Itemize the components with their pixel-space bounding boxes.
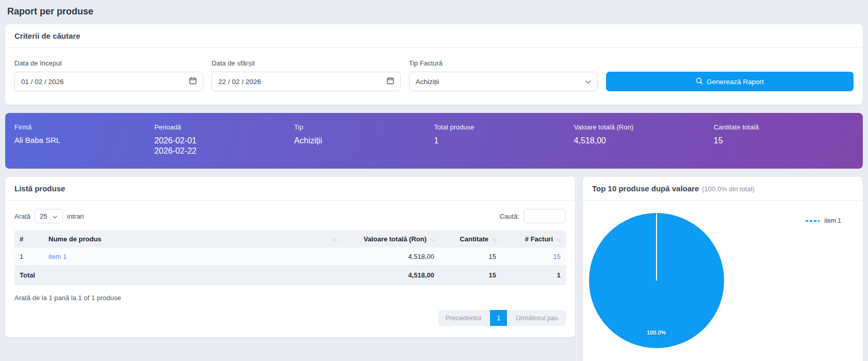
invoice-type-field-group: Tip Factură Achiziții [409,59,598,91]
pie-datalabel: 100.0% [647,330,666,336]
summary-period-label: Perioadă [154,123,294,131]
summary-type-label: Tip [294,123,434,131]
column-header-invoices-label: # Facturi [525,235,553,243]
table-search-input[interactable] [523,209,566,223]
end-date-field-group: Data de sfârșit 22 / 02 / 2026 [211,59,400,91]
start-date-label: Data de început [14,59,203,67]
start-date-value: 01 / 02 / 2026 [21,78,64,86]
summary-period-end: 2026-02-22 [154,146,294,156]
previous-page-button[interactable]: Precedentul [438,310,489,326]
total-value-cell: 4,518,00 [341,266,439,285]
row-invoices-cell: 15 [501,248,566,266]
pagination-row: Precedentul 1 Următorul pas [14,310,566,326]
row-value-cell: 4,518,00 [341,248,439,266]
summary-total-products: Total produse 1 [434,123,574,156]
summary-total-value-value: 4,518,00 [574,136,714,146]
chevron-down-icon [585,78,591,86]
sort-icon[interactable]: ↑↓ [492,236,496,242]
summary-type-value: Achiziții [294,136,434,146]
row-quantity-cell: 15 [439,248,501,266]
search-icon [696,77,703,86]
summary-firm: Firmă Ali Baba SRL [14,123,154,156]
page-size-select[interactable]: 25 [35,209,63,223]
product-list-header: Listă produse [5,177,575,201]
sort-icon[interactable]: ↑↓ [430,236,434,242]
summary-total-value-label: Valoare totală (Ron) [574,123,714,131]
pagination: Precedentul 1 Următorul pas [438,310,566,326]
summary-firm-value: Ali Baba SRL [14,136,154,145]
invoices-count-link[interactable]: 15 [553,253,561,260]
summary-total-quantity: Cantitate totală 15 [714,123,854,156]
page-title: Raport per produse [7,6,861,17]
start-date-input[interactable]: 01 / 02 / 2026 [14,72,203,91]
invoice-type-value: Achiziții [416,78,439,86]
top-products-chart-card: Top 10 produse după valoare (100.0% din … [583,177,863,361]
row-name-cell: item 1 [43,248,341,266]
table-header-row: # Nume de produs ↑↓ Valoare totală (Ron) [14,231,566,248]
page-size-value: 25 [40,212,47,220]
summary-period: Perioadă 2026-02-01 2026-02-22 [154,123,294,156]
generate-report-label: Generează Raport [707,78,764,86]
pie-chart-area: item 1 100.0% 100.0% [583,201,863,361]
end-date-input[interactable]: 22 / 02 / 2026 [211,72,400,91]
column-header-value[interactable]: Valoare totală (Ron) ↑↓ [341,231,439,248]
sort-icon[interactable]: ↑↓ [556,236,561,242]
table-info-text: Arată de la 1 pană la 1 of 1 produse [14,294,566,302]
page-size-suffix-label: intrari [67,212,84,220]
chart-legend[interactable]: item 1 [806,217,841,224]
table-row: 1 item 1 4,518,00 15 15 [14,248,566,266]
start-date-field-group: Data de început 01 / 02 / 2026 [14,59,203,91]
page-size-control: Arată 25 intrari [14,209,84,223]
total-invoices-cell: 1 [501,266,566,285]
search-label: Caută: [500,212,519,220]
table-total-row: Total 4,518,00 15 1 [14,266,566,285]
current-page-button[interactable]: 1 [490,310,507,326]
summary-total-products-label: Total produse [434,123,574,131]
total-quantity-cell: 15 [439,266,501,285]
table-search: Caută: [500,209,566,223]
row-index-cell: 1 [14,248,43,266]
product-list-card: Listă produse Arată 25 intrari [5,177,575,337]
end-date-label: Data de sfârșit [211,59,400,67]
summary-total-quantity-value: 15 [714,136,854,146]
summary-total-quantity-label: Cantitate totală [714,123,854,131]
legend-label: item 1 [824,217,841,224]
chart-card-header: Top 10 produse după valoare (100.0% din … [583,177,863,201]
column-header-name-label: Nume de produs [48,235,102,243]
summary-total-products-value: 1 [434,136,574,146]
chart-title-note: (100.0% din total) [702,185,755,193]
report-page: Raport per produse Criterii de căutare D… [0,0,868,361]
calendar-icon[interactable] [387,77,394,86]
summary-period-start: 2026-02-01 [154,136,294,146]
next-page-button[interactable]: Următorul pas [508,310,566,326]
column-header-quantity-label: Cantitate [460,235,488,243]
column-header-quantity[interactable]: Cantitate ↑↓ [439,231,501,248]
column-header-index[interactable]: # [14,231,43,248]
criteria-card: Criterii de căutare Data de început 01 /… [5,24,863,105]
column-header-name[interactable]: Nume de produs ↑↓ [43,231,341,248]
end-date-value: 22 / 02 / 2026 [218,78,261,86]
product-name-link[interactable]: item 1 [48,253,67,260]
invoice-type-select[interactable]: Achiziții [409,72,598,91]
column-header-invoices[interactable]: # Facturi ↑↓ [501,231,566,248]
summary-type: Tip Achiziții [294,123,434,156]
calendar-icon[interactable] [189,77,196,86]
generate-report-button[interactable]: Generează Raport [606,72,854,91]
chevron-down-icon [53,212,57,220]
legend-marker-icon [806,220,820,222]
chart-title: Top 10 produse după valoare [592,184,699,193]
invoice-type-label: Tip Factură [409,59,598,67]
criteria-card-header: Criterii de căutare [5,24,863,48]
sort-icon[interactable]: ↑↓ [332,236,336,242]
column-header-value-label: Valoare totală (Ron) [364,235,427,243]
product-list-body: Arată 25 intrari Caută: [5,201,575,337]
total-label-cell: Total [14,266,341,285]
report-summary-bar: Firmă Ali Baba SRL Perioadă 2026-02-01 2… [5,113,863,169]
criteria-body: Data de început 01 / 02 / 2026 Data de s… [5,48,863,105]
summary-firm-label: Firmă [14,123,154,131]
summary-total-value: Valoare totală (Ron) 4,518,00 [574,123,714,156]
table-controls: Arată 25 intrari Caută: [14,209,566,223]
pie-chart[interactable]: 100.0% 100.0% [588,212,725,351]
page-size-prefix-label: Arată [14,212,30,220]
products-table: # Nume de produs ↑↓ Valoare totală (Ron) [14,231,566,285]
